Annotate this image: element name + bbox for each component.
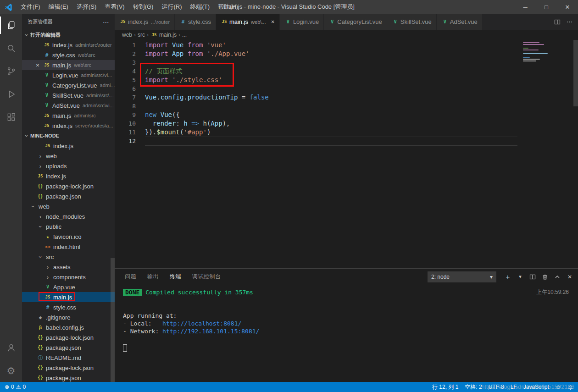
- open-editor-item[interactable]: VCategoryList.vueadmi...: [22, 80, 115, 90]
- close-window-button[interactable]: ✕: [557, 0, 578, 14]
- code-line[interactable]: 12: [115, 137, 578, 145]
- explorer-icon[interactable]: [0, 14, 22, 37]
- menu-item[interactable]: 终端(T): [186, 0, 214, 14]
- breadcrumb-item[interactable]: src: [138, 32, 145, 38]
- terminal-picker-select[interactable]: 2: node ▾: [428, 271, 496, 282]
- open-editor-item[interactable]: JSmain.jsadmin\src: [22, 110, 115, 121]
- tree-file-package.json[interactable]: {}package.json: [22, 373, 115, 382]
- tree-file-package-lock.json[interactable]: {}package-lock.json: [22, 363, 115, 373]
- open-editor-item[interactable]: #style.cssweb\src: [22, 50, 115, 60]
- terminal-dropdown-caret-icon[interactable]: ▾: [517, 274, 524, 280]
- menu-item[interactable]: 运行(R): [157, 0, 186, 14]
- minimap[interactable]: [523, 42, 572, 64]
- editor-scrollbar[interactable]: [573, 40, 578, 106]
- panel-tab[interactable]: 调试控制台: [192, 269, 221, 284]
- menu-item[interactable]: 编辑(E): [44, 0, 72, 14]
- feedback-smiley-icon[interactable]: ☺: [556, 384, 561, 390]
- open-editor-item[interactable]: VAdSet.vueadmin\src\vi...: [22, 100, 115, 110]
- tree-file-index.js[interactable]: JSindex.js: [22, 171, 115, 181]
- tree-folder-uploads[interactable]: ›uploads: [22, 161, 115, 171]
- terminal-output[interactable]: DONE Compiled successfully in 357ms App …: [115, 285, 578, 382]
- project-header[interactable]: › MINE-NODE: [22, 131, 115, 141]
- account-icon[interactable]: [0, 336, 22, 359]
- tree-folder-web[interactable]: ›web: [22, 201, 115, 211]
- tree-file-.gitignore[interactable]: ◆.gitignore: [22, 312, 115, 322]
- code-line[interactable]: 11}).$mount('#app'): [115, 128, 578, 137]
- tree-file-favicon.ico[interactable]: ★favicon.ico: [22, 232, 115, 242]
- new-terminal-plus-icon[interactable]: +: [504, 273, 511, 281]
- run-debug-icon[interactable]: [0, 83, 22, 105]
- tree-file-style.css[interactable]: #style.css: [22, 302, 115, 312]
- tree-folder-public[interactable]: ›public: [22, 221, 115, 232]
- tree-folder-web[interactable]: ›web: [22, 151, 115, 161]
- code-editor[interactable]: 1import Vue from 'vue'2import App from '…: [115, 40, 578, 268]
- language-mode[interactable]: JavaScript: [523, 384, 549, 390]
- terminal-link[interactable]: http://192.168.101.15:8081/: [162, 328, 259, 335]
- close-tab-icon[interactable]: ✕: [271, 19, 274, 24]
- menu-item[interactable]: 选择(S): [72, 0, 100, 14]
- code-line[interactable]: 1import Vue from 'vue': [115, 41, 578, 50]
- tree-file-package.json[interactable]: {}package.json: [22, 342, 115, 353]
- panel-tab[interactable]: 终端: [170, 269, 181, 284]
- breadcrumb-item[interactable]: ...: [182, 32, 187, 38]
- tab-Login.vue[interactable]: VLogin.vue: [280, 14, 324, 30]
- code-line[interactable]: 5import './style.css': [115, 76, 578, 84]
- terminal-link[interactable]: http://localhost:8081/: [162, 320, 241, 327]
- tree-file-babel.config.js[interactable]: βbabel.config.js: [22, 322, 115, 332]
- panel-tab[interactable]: 输出: [147, 269, 159, 284]
- cursor-position[interactable]: 行 12, 列 1: [432, 383, 458, 391]
- tree-folder-node_modules[interactable]: ›node_modules: [22, 211, 115, 221]
- tree-file-main.js[interactable]: JSmain.js: [22, 292, 115, 302]
- extensions-icon[interactable]: [0, 105, 22, 128]
- tree-file-package-lock.json[interactable]: {}package-lock.json: [22, 181, 115, 191]
- kill-terminal-trash-icon[interactable]: [541, 274, 549, 280]
- tree-file-index.html[interactable]: <>index.html: [22, 242, 115, 252]
- tree-file-index.js[interactable]: JSindex.js: [22, 141, 115, 151]
- menu-item[interactable]: 查看(V): [100, 0, 128, 14]
- more-actions-icon[interactable]: ⋯: [103, 18, 109, 26]
- tab-SkillSet.vue[interactable]: VSkillSet.vue: [387, 14, 437, 30]
- tree-file-package-lock.json[interactable]: {}package-lock.json: [22, 332, 115, 342]
- split-editor-icon[interactable]: [554, 19, 561, 25]
- sidebar-scrollbar[interactable]: [111, 258, 115, 382]
- tree-folder-components[interactable]: ›components: [22, 272, 115, 282]
- settings-gear-icon[interactable]: ⚙: [0, 359, 22, 382]
- code-line[interactable]: 6: [115, 84, 578, 93]
- breadcrumb-item[interactable]: JSmain.js: [150, 32, 177, 38]
- minimize-button[interactable]: ─: [515, 0, 536, 14]
- split-terminal-icon[interactable]: [529, 274, 536, 280]
- code-line[interactable]: 8: [115, 102, 578, 110]
- tree-folder-assets[interactable]: ›assets: [22, 262, 115, 272]
- panel-tab[interactable]: 问题: [125, 269, 136, 284]
- code-line[interactable]: 2import App from './App.vue': [115, 50, 578, 58]
- indentation[interactable]: 空格: 2: [465, 383, 482, 391]
- open-editor-item[interactable]: ✕JSmain.jsweb\src: [22, 60, 115, 70]
- tab-main.js[interactable]: JSmain.jsweb\...✕: [216, 14, 280, 30]
- encoding[interactable]: UTF-8: [489, 384, 504, 390]
- code-line[interactable]: 9new Vue({: [115, 110, 578, 119]
- open-editor-item[interactable]: JSindex.jsserver\routes\a...: [22, 121, 115, 131]
- menu-item[interactable]: 文件(F): [17, 0, 44, 14]
- menu-item[interactable]: 转到(G): [129, 0, 158, 14]
- search-icon[interactable]: [0, 37, 22, 60]
- notifications-bell-icon[interactable]: [567, 384, 573, 390]
- eol[interactable]: LF: [511, 384, 517, 390]
- maximize-button[interactable]: □: [536, 0, 557, 14]
- open-editors-header[interactable]: › 打开的编辑器: [22, 30, 115, 40]
- problems-status[interactable]: ⊗ 0 ⚠ 0: [5, 384, 26, 390]
- tree-file-README.md[interactable]: ⓘREADME.md: [22, 353, 115, 363]
- source-control-icon[interactable]: [0, 60, 22, 83]
- open-editor-item[interactable]: JSindex.jsadmin\src\router: [22, 40, 115, 50]
- code-line[interactable]: 4// 页面样式: [115, 67, 578, 76]
- close-editor-icon[interactable]: ✕: [34, 63, 41, 68]
- tree-file-package.json[interactable]: {}package.json: [22, 191, 115, 201]
- code-line[interactable]: 3: [115, 58, 578, 67]
- open-editor-item[interactable]: VLogin.vueadmin\src\vi...: [22, 70, 115, 80]
- code-line[interactable]: 10 render: h => h(App),: [115, 119, 578, 128]
- maximize-panel-icon[interactable]: [554, 274, 561, 280]
- tab-style.css[interactable]: #style.css: [175, 14, 216, 30]
- tab-index.js[interactable]: JSindex.js...\router: [115, 14, 175, 30]
- close-panel-icon[interactable]: ✕: [566, 274, 573, 280]
- tab-CategoryList.vue[interactable]: VCategoryList.vue: [324, 14, 387, 30]
- tab-AdSet.vue[interactable]: VAdSet.vue: [437, 14, 483, 30]
